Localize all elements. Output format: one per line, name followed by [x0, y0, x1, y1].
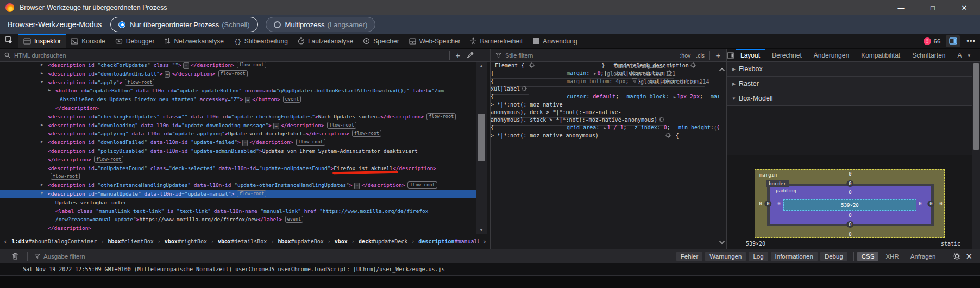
console-settings-button[interactable] — [953, 252, 961, 260]
padding-top-value[interactable]: 0 — [849, 189, 851, 196]
filter-icon[interactable] — [632, 78, 637, 85]
breadcrumb-item[interactable]: hbox#updateBox — [277, 237, 324, 246]
css-declaration[interactable]: margin-block: ▶1px 2px; — [619, 93, 703, 99]
display-badge[interactable]: event — [285, 216, 304, 223]
add-rule-button[interactable]: + — [712, 51, 724, 60]
display-badge[interactable]: flow-root — [237, 62, 266, 68]
display-badge[interactable]: flow-root — [296, 139, 325, 146]
filter-anfragen[interactable]: Anfragen — [906, 252, 940, 261]
rule-source-link[interactable]: global-shared.css:114 — [640, 78, 709, 86]
console-input-area[interactable] — [0, 276, 980, 288]
markup-line[interactable]: Updates verfügbar unter — [0, 198, 476, 207]
margin-left-value[interactable]: 0 — [759, 201, 762, 207]
section-box-modell[interactable]: ▼Box-Modell — [727, 91, 972, 106]
markup-line[interactable]: ▶<description id="downloadAndInstall">…<… — [0, 70, 476, 78]
pick-element-button[interactable] — [0, 34, 18, 48]
toggle-hover-pseudo[interactable]: :hov — [680, 52, 690, 59]
sidebar-toggle-button[interactable] — [727, 52, 734, 59]
tab-netzwerkanalyse[interactable]: Netzwerkanalyse — [159, 34, 228, 48]
collapsed-ellipsis-badge[interactable]: … — [183, 62, 189, 69]
twisty-down-icon[interactable]: ▼ — [41, 190, 43, 198]
breadcrumb-item[interactable]: hbox#clientBox — [106, 237, 154, 246]
box-model-diagram[interactable]: margin 0 0 0 0 padding 539×20 border 0 0… — [755, 169, 945, 238]
display-badge[interactable]: flow-root — [426, 113, 456, 120]
display-badge[interactable]: flow-root — [218, 70, 248, 77]
twisty-right-icon[interactable]: ▶ — [41, 62, 43, 70]
tab-inspektor[interactable]: Inspektor — [18, 34, 66, 48]
markup-line[interactable]: ▶<description id="checkForUpdates" class… — [0, 62, 476, 70]
twisty-right-icon[interactable]: ▶ — [41, 181, 43, 190]
markup-line[interactable]: <label class="manualLink text-link" is="… — [0, 207, 476, 216]
markup-line[interactable]: Abschließen des Updates Firefox neu star… — [0, 95, 476, 104]
markup-line[interactable]: <description id="policyDisabled" data-l1… — [0, 147, 476, 155]
breadcrumb-item[interactable]: vbox — [334, 237, 349, 246]
clear-console-button[interactable] — [12, 253, 18, 260]
dock-window-button[interactable] — [946, 35, 960, 47]
highlight-element-icon[interactable] — [659, 117, 664, 123]
highlight-element-icon[interactable] — [522, 86, 527, 92]
error-badge-icon[interactable]: ! — [924, 37, 931, 45]
sidebar-tab-a[interactable]: A — [952, 49, 968, 62]
breadcrumb-item[interactable]: deck#updateDeck — [357, 237, 409, 246]
section-raster[interactable]: ▶Raster — [727, 77, 972, 91]
display-badge[interactable]: flow-root — [327, 122, 356, 129]
close-button[interactable]: ✕ — [948, 0, 980, 15]
breadcrumb-item[interactable]: description#manualUpdate — [417, 237, 479, 246]
close-split-console-button[interactable]: ✕ — [965, 252, 972, 261]
sidebar-tab-änderungen[interactable]: Änderungen — [808, 49, 855, 62]
scroll-down-icon[interactable]: ▼ — [476, 226, 487, 234]
margin-bottom-value[interactable]: 0 — [849, 231, 851, 237]
sidebar-tab-schriftarten[interactable]: Schriftarten — [906, 49, 951, 62]
rules-scroll-down-icon[interactable] — [719, 237, 725, 247]
twisty-right-icon[interactable]: ▶ — [48, 86, 51, 95]
css-declaration[interactable]: cursor: default; — [559, 93, 619, 99]
toggle-classes[interactable]: .cls — [696, 52, 705, 59]
meatball-menu-button[interactable]: ••• — [966, 37, 976, 45]
tab-web-speicher[interactable]: Web-Speicher — [404, 34, 466, 48]
tab-anwendung[interactable]: Anwendung — [527, 34, 582, 48]
filter-warnungen[interactable]: Warnungen — [705, 252, 746, 261]
css-declaration[interactable]: margin-inline: ▶6px 5px; — [703, 93, 719, 99]
twisty-right-icon[interactable]: ▶ — [41, 70, 43, 78]
border-bottom-value[interactable]: 0 — [846, 221, 853, 228]
padding-right-value[interactable]: 0 — [919, 201, 921, 207]
scrollbar-thumb[interactable] — [478, 114, 485, 161]
add-node-button[interactable]: + — [452, 51, 464, 60]
filter-informationen[interactable]: Informationen — [771, 252, 818, 261]
collapsed-ellipsis-badge[interactable]: … — [165, 71, 171, 78]
display-badge[interactable]: flow-root — [237, 190, 266, 197]
margin-top-value[interactable]: 0 — [849, 171, 851, 177]
markup-line[interactable]: ▶<description id="otherInstanceHandlingU… — [0, 181, 476, 190]
markup-line[interactable]: ▶<description id="downloading" data-l10n… — [0, 121, 476, 130]
tab-debugger[interactable]: Debugger — [110, 34, 160, 48]
console-filter-input[interactable] — [43, 253, 206, 260]
filter-log[interactable]: Log — [749, 252, 768, 261]
filter-css[interactable]: CSS — [857, 252, 879, 261]
markup-search-input[interactable] — [14, 52, 447, 59]
collapsed-ellipsis-badge[interactable]: … — [242, 140, 248, 146]
collapsed-ellipsis-badge[interactable]: … — [245, 97, 251, 103]
css-declaration[interactable]: grid-area: ▶1 / 1; — [559, 124, 627, 130]
markup-line[interactable]: </description> — [0, 104, 476, 112]
markup-line[interactable]: ▶<button id="updateButton" data-l10n-id=… — [0, 86, 476, 95]
scrollbar-thumb[interactable] — [973, 63, 979, 150]
rule-selector[interactable]: xul|descriptionglobal-shared.css:121 — [616, 70, 665, 76]
breadcrumb-forward-icon[interactable]: › — [479, 237, 490, 246]
css-declaration[interactable]: min-height: 0; — [670, 124, 719, 130]
display-badge[interactable]: flow-root — [94, 156, 123, 163]
filter-fehler[interactable]: Fehler — [676, 252, 703, 261]
sidebar-tab-layout[interactable]: Layout — [734, 49, 766, 62]
breadcrumb-item[interactable]: vbox#rightBox — [164, 237, 208, 246]
markup-line[interactable]: ▼<description id="manualUpdate" data-l10… — [0, 190, 476, 198]
scroll-up-icon[interactable]: ▲ — [476, 62, 487, 70]
markup-scrollbar[interactable]: ▲ ▼ — [476, 62, 487, 234]
highlight-element-icon[interactable] — [665, 133, 671, 140]
css-declaration[interactable]: margin: ▶0; — [559, 70, 604, 76]
section-flexbox[interactable]: ▶Flexbox — [727, 62, 972, 77]
rules-filter-input[interactable] — [505, 52, 677, 59]
markup-line[interactable]: <description id="noUpdatesFound" class="… — [0, 164, 476, 173]
layout-scrollbar[interactable] — [972, 62, 980, 249]
display-badge[interactable]: flow-root — [51, 173, 80, 180]
markup-line[interactable]: </description> — [0, 224, 476, 233]
css-declaration[interactable]: margin-bottom: 4px; — [559, 78, 637, 84]
